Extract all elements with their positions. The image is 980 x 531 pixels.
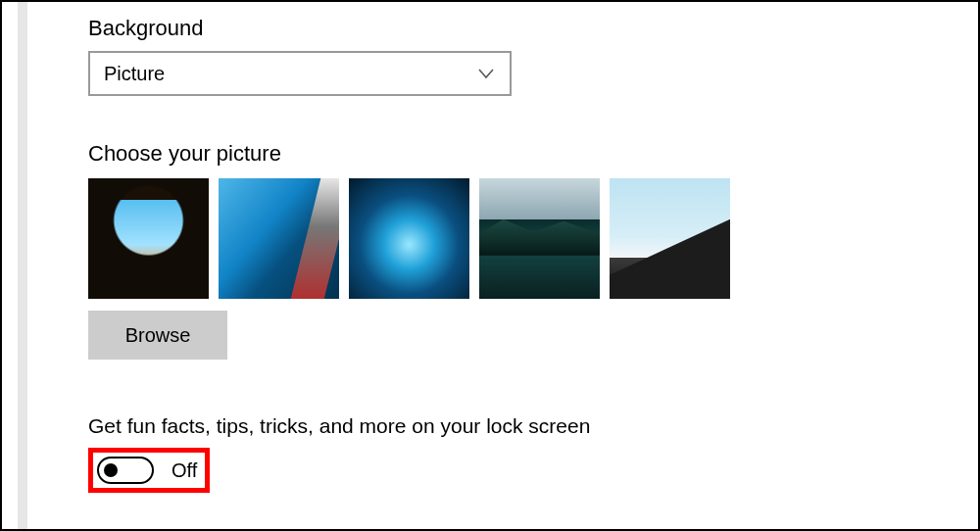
picture-thumbnail[interactable] [479,178,600,299]
picture-thumbnail[interactable] [219,178,339,299]
browse-button[interactable]: Browse [88,311,227,360]
picture-thumbnails-row [88,178,884,299]
fun-facts-toggle-state: Off [172,459,197,482]
background-label: Background [88,16,884,41]
left-gutter [18,2,27,529]
picture-thumbnail[interactable] [88,178,209,299]
fun-facts-toggle[interactable] [97,457,154,484]
picture-thumbnail[interactable] [610,178,730,299]
background-dropdown-value: Picture [104,63,165,85]
fun-facts-toggle-group: Off [88,448,210,493]
fun-facts-label: Get fun facts, tips, tricks, and more on… [88,414,884,438]
chevron-down-icon [476,64,496,83]
background-dropdown[interactable]: Picture [88,51,512,96]
choose-picture-heading: Choose your picture [88,141,884,167]
picture-thumbnail[interactable] [349,178,469,299]
toggle-knob [104,463,118,477]
